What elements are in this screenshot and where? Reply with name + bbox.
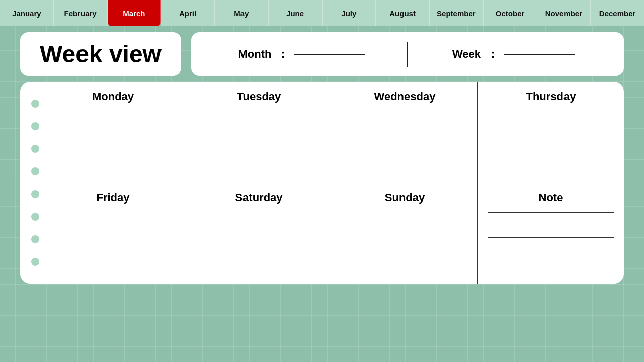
friday-header: Friday [46,191,180,204]
note-header: Note [484,191,618,204]
bullet-4 [31,167,39,175]
grid-row-1: Monday Tuesday Wednesday Thursday [40,82,624,183]
bullet-column [26,82,44,284]
month-tab-june[interactable]: June [269,0,323,26]
month-colon: ： [277,47,288,62]
months-navigation: JanuaryFebruaryMarchAprilMayJuneJulyAugu… [0,0,644,26]
week-view-title-box: Week view [20,32,181,76]
wednesday-header: Wednesday [338,90,471,103]
tuesday-cell: Tuesday [186,82,332,183]
note-line-3[interactable] [488,237,614,238]
note-line-2[interactable] [488,225,614,225]
month-label: Month [238,48,272,61]
note-cell: Note [478,183,624,284]
note-line-4[interactable] [488,250,614,250]
month-tab-august[interactable]: August [376,0,430,26]
saturday-cell: Saturday [186,183,332,284]
week-grid: Monday Tuesday Wednesday Thursday Friday… [40,82,624,284]
bullet-3 [31,145,39,153]
thursday-cell: Thursday [478,82,624,183]
month-tab-november[interactable]: November [537,0,591,26]
week-input-line[interactable] [504,54,575,55]
grid-row-2: Friday Saturday Sunday Note [40,183,624,284]
top-row: Week view Month ： Week ： [20,32,624,76]
week-label: Week [452,48,481,61]
week-colon: ： [487,47,498,62]
month-tab-may[interactable]: May [215,0,269,26]
week-selector-group: Week ： [418,47,609,62]
bullet-6 [31,213,39,221]
monday-cell: Monday [40,82,186,183]
bullet-1 [31,100,39,108]
note-line-1[interactable] [488,212,614,213]
friday-cell: Friday [40,183,186,284]
month-tab-january[interactable]: January [0,0,54,26]
selector-box: Month ： Week ： [191,32,624,76]
thursday-header: Thursday [484,90,618,103]
bullet-7 [31,235,39,243]
week-view-title: Week view [40,40,162,68]
main-content: Week view Month ： Week ： Monday [0,26,644,290]
tuesday-header: Tuesday [192,90,326,103]
month-tab-october[interactable]: October [484,0,537,26]
month-tab-september[interactable]: September [430,0,484,26]
selector-divider [407,42,408,67]
sunday-cell: Sunday [332,183,478,284]
bullet-2 [31,122,39,130]
sunday-header: Sunday [338,191,471,204]
month-tab-march[interactable]: March [108,0,162,26]
bullet-8 [31,258,39,266]
bullet-5 [31,190,39,198]
month-tab-december[interactable]: December [591,0,644,26]
saturday-header: Saturday [192,191,326,204]
note-lines [484,212,618,276]
month-input-line[interactable] [294,54,365,55]
wednesday-cell: Wednesday [332,82,478,183]
month-tab-july[interactable]: July [323,0,376,26]
week-grid-container: Monday Tuesday Wednesday Thursday Friday… [20,82,624,284]
month-tab-april[interactable]: April [161,0,215,26]
month-selector-group: Month ： [206,47,397,62]
monday-header: Monday [46,90,180,103]
month-tab-february[interactable]: February [54,0,108,26]
